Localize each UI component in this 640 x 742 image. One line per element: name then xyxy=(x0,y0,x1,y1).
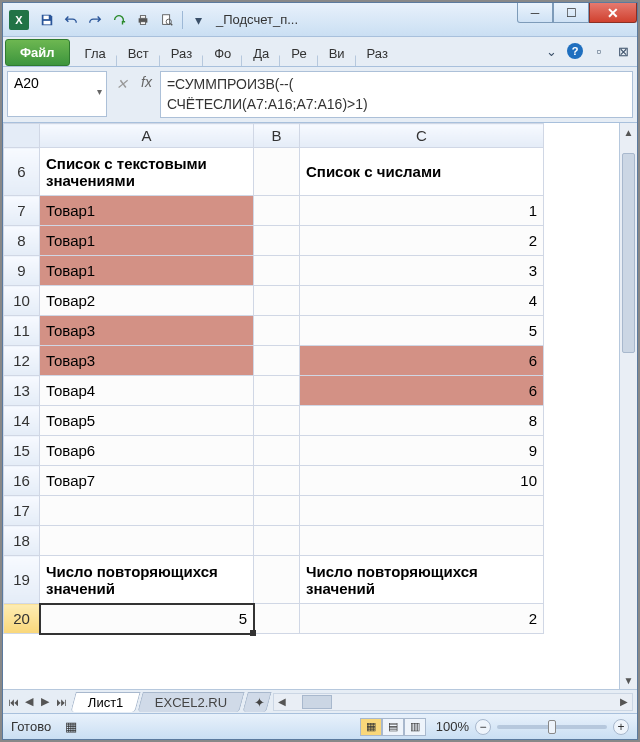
qat-dropdown-icon[interactable]: ▾ xyxy=(187,9,209,31)
row-header[interactable]: 16 xyxy=(4,466,40,496)
mdi-close-icon[interactable]: ⊠ xyxy=(613,41,633,61)
zoom-out-button[interactable]: − xyxy=(475,719,491,735)
row-header[interactable]: 18 xyxy=(4,526,40,556)
cell-C14[interactable]: 8 xyxy=(300,406,544,436)
scroll-left-icon[interactable]: ◀ xyxy=(274,696,290,707)
row-header[interactable]: 10 xyxy=(4,286,40,316)
sheet-tab-2[interactable]: EXCEL2.RU xyxy=(138,692,246,712)
zoom-slider[interactable] xyxy=(497,725,607,729)
tab-nav-first-icon[interactable]: ⏮ xyxy=(5,693,21,711)
cell-A7[interactable]: Товар1 xyxy=(40,196,254,226)
view-pagelayout-icon[interactable]: ▤ xyxy=(382,718,404,736)
cell-A16[interactable]: Товар7 xyxy=(40,466,254,496)
maximize-button[interactable]: ☐ xyxy=(553,3,589,23)
cell-C7[interactable]: 1 xyxy=(300,196,544,226)
cell-C19[interactable]: Число повторяющихся значений xyxy=(300,556,544,604)
cell-B14[interactable] xyxy=(254,406,300,436)
scroll-down-icon[interactable]: ▼ xyxy=(620,671,637,689)
row-header[interactable]: 20 xyxy=(4,604,40,634)
row-header[interactable]: 12 xyxy=(4,346,40,376)
row-header[interactable]: 19 xyxy=(4,556,40,604)
col-header-A[interactable]: A xyxy=(40,124,254,148)
cell-C8[interactable]: 2 xyxy=(300,226,544,256)
hscroll-thumb[interactable] xyxy=(302,695,332,709)
formula-input[interactable]: =СУММПРОИЗВ(--( СЧЁТЕСЛИ(A7:A16;A7:A16)>… xyxy=(160,71,633,118)
cell-C17[interactable] xyxy=(300,496,544,526)
cell-B10[interactable] xyxy=(254,286,300,316)
cell-B9[interactable] xyxy=(254,256,300,286)
tab-insert[interactable]: Вст xyxy=(119,40,158,66)
cell-A17[interactable] xyxy=(40,496,254,526)
help-button[interactable]: ? xyxy=(565,41,585,61)
horizontal-scrollbar[interactable]: ◀ ▶ xyxy=(273,693,633,711)
row-header[interactable]: 11 xyxy=(4,316,40,346)
print-icon[interactable] xyxy=(132,9,154,31)
cell-A14[interactable]: Товар5 xyxy=(40,406,254,436)
zoom-level[interactable]: 100% xyxy=(436,719,469,734)
cell-A13[interactable]: Товар4 xyxy=(40,376,254,406)
tab-pagelayout[interactable]: Раз xyxy=(162,40,201,66)
tab-developer[interactable]: Раз xyxy=(358,40,397,66)
select-all-corner[interactable] xyxy=(4,124,40,148)
cell-A19[interactable]: Число повторяющихся значений xyxy=(40,556,254,604)
cell-A11[interactable]: Товар3 xyxy=(40,316,254,346)
tab-file[interactable]: Файл xyxy=(5,39,70,66)
tab-review[interactable]: Ре xyxy=(282,40,315,66)
sheet-tab-active[interactable]: Лист1 xyxy=(70,692,141,712)
cell-C9[interactable]: 3 xyxy=(300,256,544,286)
vertical-scrollbar[interactable]: ▲ ▼ xyxy=(619,123,637,689)
cell-C10[interactable]: 4 xyxy=(300,286,544,316)
cell-A10[interactable]: Товар2 xyxy=(40,286,254,316)
cell-B11[interactable] xyxy=(254,316,300,346)
cell-B13[interactable] xyxy=(254,376,300,406)
cell-C20[interactable]: 2 xyxy=(300,604,544,634)
tab-data[interactable]: Да xyxy=(244,40,278,66)
cell-B8[interactable] xyxy=(254,226,300,256)
undo-icon[interactable] xyxy=(60,9,82,31)
cell-B20[interactable] xyxy=(254,604,300,634)
cancel-formula-icon[interactable]: ✕ xyxy=(111,74,133,94)
cell-A15[interactable]: Товар6 xyxy=(40,436,254,466)
col-header-C[interactable]: C xyxy=(300,124,544,148)
close-button[interactable]: ✕ xyxy=(589,3,637,23)
cell-C15[interactable]: 9 xyxy=(300,436,544,466)
cell-C16[interactable]: 10 xyxy=(300,466,544,496)
fx-icon[interactable]: fx xyxy=(137,71,156,93)
cell-C13[interactable]: 6 xyxy=(300,376,544,406)
scroll-right-icon[interactable]: ▶ xyxy=(616,696,632,707)
cell-C12[interactable]: 6 xyxy=(300,346,544,376)
macro-record-icon[interactable]: ▦ xyxy=(65,719,77,734)
row-header[interactable]: 7 xyxy=(4,196,40,226)
ribbon-minimize-icon[interactable]: ⌄ xyxy=(541,41,561,61)
row-header[interactable]: 6 xyxy=(4,148,40,196)
refresh-icon[interactable] xyxy=(108,9,130,31)
row-header[interactable]: 14 xyxy=(4,406,40,436)
tab-nav-prev-icon[interactable]: ◀ xyxy=(21,693,37,711)
name-box[interactable]: A20 xyxy=(7,71,107,117)
cell-C18[interactable] xyxy=(300,526,544,556)
tab-nav-next-icon[interactable]: ▶ xyxy=(37,693,53,711)
cell-A6[interactable]: Список с текстовыми значениями xyxy=(40,148,254,196)
redo-icon[interactable] xyxy=(84,9,106,31)
row-header[interactable]: 13 xyxy=(4,376,40,406)
cell-B6[interactable] xyxy=(254,148,300,196)
cell-B15[interactable] xyxy=(254,436,300,466)
save-icon[interactable] xyxy=(36,9,58,31)
view-pagebreak-icon[interactable]: ▥ xyxy=(404,718,426,736)
tab-view[interactable]: Ви xyxy=(320,40,354,66)
cell-A20[interactable]: 5 xyxy=(40,604,254,634)
cell-B12[interactable] xyxy=(254,346,300,376)
cell-A8[interactable]: Товар1 xyxy=(40,226,254,256)
cell-B17[interactable] xyxy=(254,496,300,526)
cell-B16[interactable] xyxy=(254,466,300,496)
cell-B18[interactable] xyxy=(254,526,300,556)
view-normal-icon[interactable]: ▦ xyxy=(360,718,382,736)
row-header[interactable]: 15 xyxy=(4,436,40,466)
cell-C6[interactable]: Список с числами xyxy=(300,148,544,196)
cell-A12[interactable]: Товар3 xyxy=(40,346,254,376)
cell-B19[interactable] xyxy=(254,556,300,604)
preview-icon[interactable] xyxy=(156,9,178,31)
row-header[interactable]: 8 xyxy=(4,226,40,256)
minimize-button[interactable]: ─ xyxy=(517,3,553,23)
cell-A18[interactable] xyxy=(40,526,254,556)
